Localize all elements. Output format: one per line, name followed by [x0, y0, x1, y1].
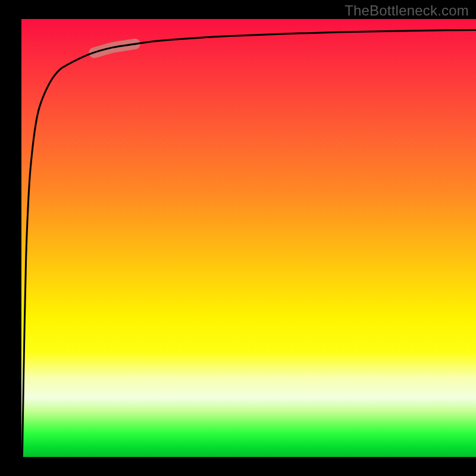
watermark-text: TheBottleneck.com [345, 2, 469, 19]
series-line [21, 30, 476, 457]
chart-svg [21, 19, 476, 457]
chart-plot-area [21, 19, 476, 457]
